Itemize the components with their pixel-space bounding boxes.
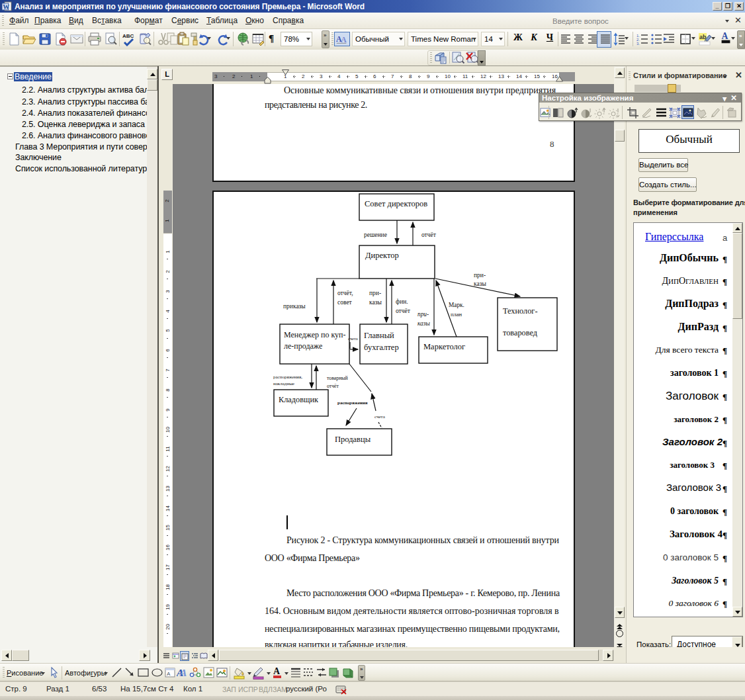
svg-text:при-: при-	[474, 272, 486, 279]
svg-text:A: A	[179, 667, 188, 678]
svg-text:казы: казы	[369, 299, 382, 306]
svg-text:3.: 3.	[636, 42, 640, 46]
svg-text:отчёт,: отчёт,	[337, 290, 353, 296]
svg-text:Маркетолог: Маркетолог	[423, 342, 465, 351]
svg-text:счета: счета	[348, 336, 358, 341]
svg-text:ле-продаже: ле-продаже	[284, 341, 322, 351]
svg-text:A: A	[167, 671, 171, 677]
svg-text:Технолог-: Технолог-	[503, 306, 537, 316]
svg-text:Совет директоров: Совет директоров	[365, 199, 427, 208]
svg-text:при-: при-	[369, 290, 381, 296]
svg-text:фин.: фин.	[396, 298, 408, 305]
svg-text:решение: решение	[364, 232, 387, 238]
svg-text:товарный: товарный	[327, 375, 348, 381]
svg-text:Директор: Директор	[365, 251, 399, 260]
svg-text:Продавцы: Продавцы	[335, 435, 371, 444]
svg-text:отчёт: отчёт	[396, 308, 411, 314]
svg-text:A: A	[273, 666, 281, 676]
svg-text:отчёт: отчёт	[327, 383, 339, 389]
svg-text:план: план	[451, 311, 462, 318]
svg-text:совет: совет	[337, 299, 353, 306]
svg-text:казы: казы	[417, 320, 430, 327]
svg-text:распоряжения,: распоряжения,	[273, 374, 302, 380]
svg-text:Главный: Главный	[364, 331, 394, 340]
svg-text:Менеджер по куп-: Менеджер по куп-	[284, 330, 346, 339]
svg-text:счета: счета	[374, 414, 386, 419]
svg-text:Кладовщик: Кладовщик	[279, 395, 318, 404]
svg-text:ABC: ABC	[122, 33, 134, 39]
svg-text:отчёт: отчёт	[421, 232, 437, 238]
svg-text:казы: казы	[474, 281, 486, 287]
svg-text:товаровед: товаровед	[503, 328, 537, 337]
svg-text:распоряжения: распоряжения	[337, 400, 368, 406]
svg-text:A: A	[722, 31, 728, 41]
svg-text:накладные: накладные	[273, 381, 294, 386]
svg-text:приказы: приказы	[283, 303, 306, 310]
svg-text:Марк.: Марк.	[449, 302, 464, 308]
svg-text:W: W	[3, 3, 9, 11]
svg-text:при-: при-	[417, 311, 429, 318]
svg-text:бухгалтер: бухгалтер	[364, 343, 399, 352]
